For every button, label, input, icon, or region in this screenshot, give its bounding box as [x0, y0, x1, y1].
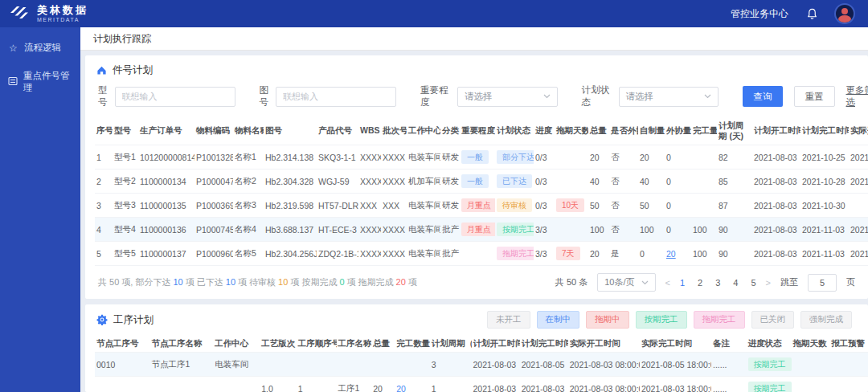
- summary-value: 10: [173, 277, 182, 287]
- page-number[interactable]: 4: [733, 278, 738, 288]
- table-row[interactable]: 3型号31100000135P1000369名称3Hb2.319.598HT57…: [95, 194, 868, 218]
- table-cell: 0: [638, 242, 665, 266]
- summary-value: 20: [396, 277, 406, 287]
- table-cell: [371, 353, 395, 377]
- prev-page-button[interactable]: <: [665, 278, 670, 288]
- status-badge: 一般: [461, 174, 489, 188]
- model-input[interactable]: [115, 87, 235, 107]
- jump-page-input[interactable]: [808, 274, 837, 292]
- table-cell: 3/3: [534, 242, 555, 266]
- tab-plan-tracking[interactable]: 计划执行跟踪: [93, 32, 151, 46]
- section-title: 件号计划: [113, 63, 153, 77]
- legend-tag-gray[interactable]: 强制完成: [800, 311, 852, 329]
- drawing-input[interactable]: [276, 87, 396, 107]
- importance-select[interactable]: 请选择: [457, 87, 557, 107]
- reset-button[interactable]: 重置: [794, 86, 835, 107]
- page-number[interactable]: 2: [698, 278, 702, 288]
- table-row[interactable]: 4型号41100000136P1000745名称4Hb3.688.137HT-E…: [95, 218, 868, 242]
- page-number[interactable]: 3: [715, 278, 720, 288]
- bell-icon[interactable]: [806, 7, 818, 20]
- table-cell: 否: [609, 169, 638, 194]
- table-cell: 2021-10-28: [800, 169, 849, 194]
- drawing-filter-label: 图号: [260, 84, 269, 108]
- table-cell: 1: [95, 145, 113, 169]
- table-cell: [337, 353, 372, 377]
- table-cell: 0/3: [534, 194, 555, 218]
- next-page-button[interactable]: >: [766, 278, 771, 288]
- sidebar-item-process-logic[interactable]: ☆ 流程逻辑: [0, 34, 80, 62]
- table-cell: P1000960: [194, 242, 233, 266]
- table-cell: 2021-08-03: [752, 194, 800, 218]
- brand-text: 美林数据 MERITDATA: [37, 5, 88, 22]
- sidebar: ☆ 流程逻辑 重点件号管理: [0, 27, 80, 392]
- table-cell: 按期完工: [495, 218, 534, 242]
- table-cell: [691, 194, 717, 218]
- table-cell: 型号3: [113, 194, 138, 218]
- table-cell: [213, 377, 260, 392]
- column-header: 物料编码: [194, 116, 233, 145]
- legend-tag-gray[interactable]: 已关闭: [751, 311, 795, 329]
- table-cell: 名称5: [233, 242, 264, 266]
- table-cell: 50: [588, 194, 609, 218]
- part-plan-panel: 件号计划 型号 图号 重要程度: [85, 55, 868, 299]
- table-cell: Hb2.319.598: [264, 194, 317, 218]
- user-avatar[interactable]: [836, 5, 854, 22]
- table-cell[interactable]: 20: [665, 242, 691, 266]
- search-button[interactable]: 查询: [743, 86, 783, 107]
- legend-tag-red[interactable]: 拖期中: [586, 311, 629, 329]
- table-cell: 40: [588, 169, 609, 194]
- importance-filter-label: 重要程度: [420, 84, 450, 108]
- table-cell: 否: [609, 194, 638, 218]
- cell-link[interactable]: 20: [666, 249, 676, 259]
- table-cell: 节点工序1: [149, 353, 213, 377]
- table-row[interactable]: 1型号1101200000814P1001328名称1Hb2.314.138SK…: [95, 145, 868, 169]
- nav-business-center[interactable]: 管控业务中心: [731, 7, 788, 21]
- table-cell: 2: [95, 169, 113, 194]
- table-cell: 1100000137: [138, 242, 194, 266]
- page-number[interactable]: 5: [751, 278, 755, 288]
- table-cell: 10天: [555, 194, 588, 218]
- column-header: 型号: [113, 116, 138, 145]
- table-cell: 82: [717, 145, 752, 169]
- legend-tag-pink[interactable]: 拖期完工: [694, 311, 745, 329]
- importance-select-value: 请选择: [465, 91, 493, 103]
- column-header: 分类: [440, 116, 460, 145]
- brand-name-en: MERITDATA: [37, 17, 88, 22]
- table-row[interactable]: 0010节点工序1电装车间32021-08-032021-08-052021-0…: [95, 353, 868, 377]
- column-header: 实际开工时间: [849, 116, 868, 145]
- legend-tag-teal[interactable]: 按期完工: [636, 311, 687, 329]
- page-size-select[interactable]: 10条/页: [597, 273, 655, 292]
- table-cell: 月重点: [460, 218, 495, 242]
- summary-label: 已下达: [194, 277, 223, 287]
- legend-tag-blue[interactable]: 在制中: [537, 311, 580, 329]
- sidebar-item-key-part-mgmt[interactable]: 重点件号管理: [0, 62, 80, 102]
- table-cell: Hb2.304.328: [264, 169, 317, 194]
- more-filters-link[interactable]: 更多筛选: [846, 84, 868, 108]
- summary-unit: 项: [290, 277, 299, 287]
- process-plan-table: 节点工序号节点工序名称工作中心工艺版次工序顺序号工序名称总量完工数量计划周期（天…: [95, 334, 868, 392]
- table-cell: [95, 377, 149, 392]
- table-cell: 2021-11-03: [800, 242, 849, 266]
- table-cell: 2021-08-03: [752, 145, 800, 169]
- status-badge: 按期完工: [748, 382, 792, 392]
- table-cell: 3/3: [534, 218, 555, 242]
- table-cell: 电装车间: [213, 353, 260, 377]
- table-cell: HT-ECE-3: [317, 218, 358, 242]
- brand-logo: 美林数据 MERITDATA: [10, 4, 88, 23]
- page-number[interactable]: 1: [680, 278, 685, 288]
- status-badge: 按期完工: [497, 223, 534, 236]
- table-cell[interactable]: 20: [395, 377, 430, 392]
- table-cell: 0: [665, 145, 691, 169]
- legend-tag-gray[interactable]: 未开工: [487, 311, 530, 329]
- table-row[interactable]: 2型号21100000134P1000047名称2Hb2.304.328WGJ-…: [95, 169, 868, 194]
- table-cell: 按期完工: [747, 353, 792, 377]
- column-header: 计划周期（天: [430, 334, 472, 353]
- table-cell: 型号5: [113, 242, 138, 266]
- cell-link[interactable]: 20: [396, 384, 406, 392]
- table-row[interactable]: 5型号51100000137P1000960名称5Hb2.304.256JGZD…: [95, 242, 868, 266]
- column-header: 节点工序名称: [149, 334, 213, 353]
- plan-status-select[interactable]: 请选择: [619, 87, 719, 107]
- table-row[interactable]: 1.01工序1202012021-08-032021-08-032021-08-…: [95, 377, 868, 392]
- status-badge: 部分下达: [497, 150, 534, 164]
- column-header: 计划完工时间: [800, 116, 849, 145]
